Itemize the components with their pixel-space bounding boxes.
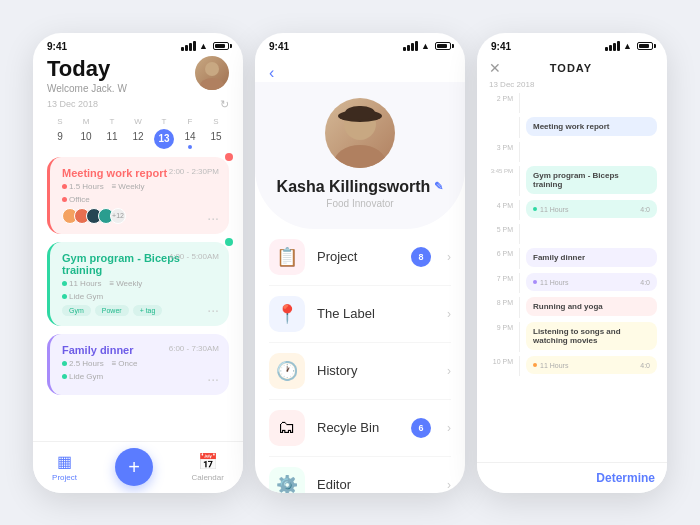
- status-icons-2: ▲: [403, 41, 451, 51]
- back-arrow-icon: ‹: [269, 64, 274, 81]
- status-time-1: 9:41: [47, 41, 67, 52]
- battery-icon-2: [435, 42, 451, 50]
- profile-avatar: [325, 98, 395, 168]
- phone-today-schedule: 9:41 ▲ ✕ TODAY 13 Dec 2018 2 PM Meeting: [477, 33, 667, 493]
- card-gym: Gym program - Biceps training 4:00 - 5:0…: [47, 242, 229, 326]
- chevron-icon-recyclebin: ›: [447, 421, 451, 435]
- svg-point-0: [205, 62, 219, 76]
- svg-rect-5: [345, 106, 375, 120]
- menu-recyclebin-label: Recyle Bin: [317, 420, 399, 435]
- determine-button[interactable]: Determine: [596, 471, 655, 485]
- avatar[interactable]: [195, 56, 229, 90]
- timeline-meeting: Meeting work report: [487, 117, 657, 138]
- more-options-gym[interactable]: ···: [207, 302, 219, 318]
- refresh-icon[interactable]: ↻: [220, 98, 229, 111]
- current-date: 13 Dec 2018: [47, 99, 98, 109]
- p3-footer: Determine: [477, 462, 667, 493]
- welcome-text: Welcome Jack. W: [47, 83, 127, 94]
- more-options-meeting[interactable]: ···: [207, 210, 219, 226]
- recyclebin-badge: 6: [411, 418, 431, 438]
- card-dinner: Family dinner 6:00 - 7:30AM 2.5 Hours ≡ …: [47, 334, 229, 395]
- status-bar-3: 9:41 ▲: [477, 33, 667, 56]
- menu-project-label: Project: [317, 249, 399, 264]
- status-icons-3: ▲: [605, 41, 653, 51]
- calendar: SMTWTFS 9 10 11 12 13 14 15: [47, 117, 229, 149]
- timeline-2pm: 2 PM: [487, 93, 657, 113]
- project-badge: 8: [411, 247, 431, 267]
- signal-icon: [181, 41, 196, 51]
- menu-label[interactable]: 📍 The Label ›: [269, 286, 451, 343]
- nav-project-label: Project: [52, 473, 77, 482]
- menu-project[interactable]: 📋 Project 8 ›: [269, 229, 451, 286]
- p3-header: ✕ TODAY: [477, 56, 667, 80]
- phone-today: 9:41 ▲ Today Welcome Jack. W 13 Dec 2018…: [33, 33, 243, 493]
- chevron-icon-project: ›: [447, 250, 451, 264]
- profile-role: Food Innovator: [326, 198, 393, 209]
- battery-icon-3: [637, 42, 653, 50]
- menu-editor-label: Editor: [317, 477, 435, 492]
- menu-history[interactable]: 🕐 History ›: [269, 343, 451, 400]
- tl-running-block: Running and yoga: [526, 297, 657, 316]
- card-gym-time: 4:00 - 5:00AM: [169, 252, 219, 261]
- card-gym-tags: Gym Power + tag: [62, 305, 217, 316]
- tl-gym-block: Gym program - Biceps training: [526, 166, 657, 194]
- calendar-days[interactable]: 9 10 11 12 13 14 15: [47, 129, 229, 149]
- menu-editor[interactable]: ⚙️ Editor ›: [269, 457, 451, 493]
- nav-project[interactable]: ▦ Project: [52, 452, 77, 482]
- wifi-icon-3: ▲: [623, 41, 632, 51]
- status-bar-1: 9:41 ▲: [33, 33, 243, 56]
- chevron-icon-label: ›: [447, 307, 451, 321]
- profile-name: Kasha Killingsworth ✎: [277, 178, 444, 196]
- more-options-dinner[interactable]: ···: [207, 371, 219, 387]
- status-icons-1: ▲: [181, 41, 229, 51]
- p1-title-block: Today Welcome Jack. W: [47, 56, 127, 94]
- add-button[interactable]: +: [115, 448, 153, 486]
- card-meeting: Meeting work report 2:00 - 2:30PM 1.5 Ho…: [47, 157, 229, 234]
- menu-label-label: The Label: [317, 306, 435, 321]
- editor-menu-icon: ⚙️: [269, 467, 305, 493]
- menu-list: 📋 Project 8 › 📍 The Label › 🕐 History › …: [255, 229, 465, 493]
- profile-section: Kasha Killingsworth ✎ Food Innovator: [255, 82, 465, 229]
- card-meeting-meta: 1.5 Hours ≡ Weekly: [62, 182, 217, 191]
- card-meeting-time: 2:00 - 2:30PM: [169, 167, 219, 176]
- card-avatars: +12: [62, 208, 122, 224]
- svg-point-1: [200, 78, 224, 90]
- chevron-icon-editor: ›: [447, 478, 451, 492]
- status-time-2: 9:41: [269, 41, 289, 52]
- tl-movies-block: Listening to songs and watching movies: [526, 322, 657, 350]
- calendar-icon: 📅: [198, 452, 218, 471]
- project-icon: ▦: [57, 452, 72, 471]
- project-menu-icon: 📋: [269, 239, 305, 275]
- signal-icon-2: [403, 41, 418, 51]
- svg-point-3: [334, 145, 386, 168]
- phone-profile: 9:41 ▲ ‹ Kasha Kil: [255, 33, 465, 493]
- edit-icon[interactable]: ✎: [434, 180, 443, 193]
- phone1-content: Today Welcome Jack. W 13 Dec 2018 ↻ SMTW…: [33, 56, 243, 472]
- date-row: 13 Dec 2018 ↻: [47, 98, 229, 111]
- p3-page-title: TODAY: [550, 62, 592, 74]
- history-menu-icon: 🕐: [269, 353, 305, 389]
- signal-icon-3: [605, 41, 620, 51]
- label-menu-icon: 📍: [269, 296, 305, 332]
- calendar-header: SMTWTFS: [47, 117, 229, 126]
- card-dinner-time: 6:00 - 7:30AM: [169, 344, 219, 353]
- p1-header: Today Welcome Jack. W: [47, 56, 229, 94]
- nav-calendar[interactable]: 📅 Calendar: [191, 452, 223, 482]
- status-time-3: 9:41: [491, 41, 511, 52]
- wifi-icon-2: ▲: [421, 41, 430, 51]
- timeline-345pm: 3:45 PM Gym program - Biceps training: [487, 166, 657, 196]
- close-icon[interactable]: ✕: [489, 60, 501, 76]
- timeline: 2 PM Meeting work report 3 PM 3:45 PM: [477, 93, 667, 493]
- recyclebin-menu-icon: 🗂: [269, 410, 305, 446]
- back-button[interactable]: ‹: [255, 56, 465, 82]
- menu-recyclebin[interactable]: 🗂 Recyle Bin 6 ›: [269, 400, 451, 457]
- chevron-icon-history: ›: [447, 364, 451, 378]
- phone2-content: ‹ Kasha Killingsworth ✎ Food Innovator: [255, 56, 465, 484]
- wifi-icon: ▲: [199, 41, 208, 51]
- menu-history-label: History: [317, 363, 435, 378]
- page-title-today: Today: [47, 56, 127, 82]
- tl-dinner-block: Family dinner: [526, 248, 657, 267]
- bottom-nav: ▦ Project + 📅 Calendar: [33, 441, 243, 493]
- battery-icon: [213, 42, 229, 50]
- status-bar-2: 9:41 ▲: [255, 33, 465, 56]
